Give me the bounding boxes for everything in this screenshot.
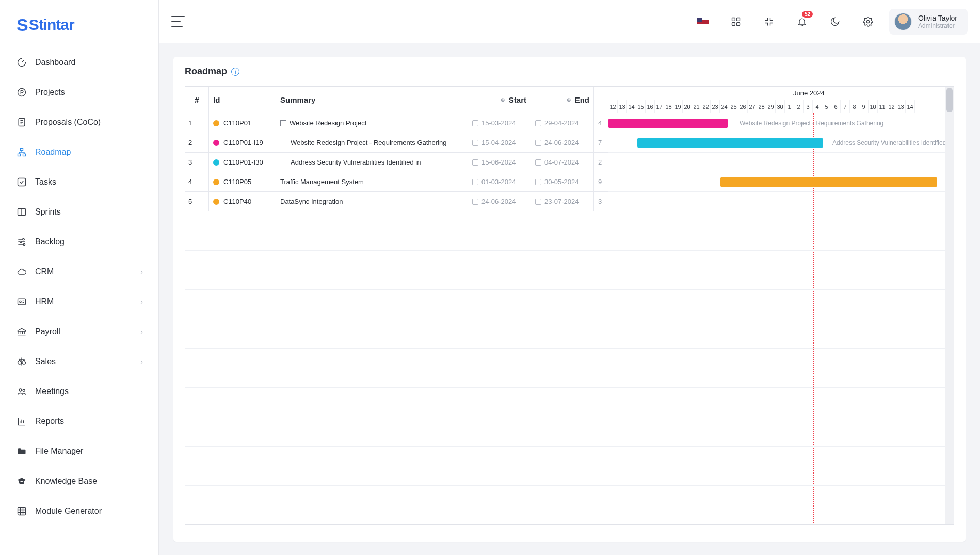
- info-icon[interactable]: i: [231, 68, 239, 76]
- sidebar-item-sprints[interactable]: Sprints: [7, 197, 151, 227]
- sidebar-item-label: Projects: [35, 88, 65, 97]
- date-picker-icon[interactable]: [472, 140, 478, 146]
- svg-rect-15: [732, 18, 735, 21]
- grid-filler-row: [185, 270, 608, 290]
- date-picker-icon[interactable]: [472, 199, 478, 205]
- svg-point-13: [23, 389, 25, 391]
- row-start[interactable]: 15-04-2024: [468, 133, 531, 152]
- sort-icon: ⊕: [501, 97, 505, 103]
- date-picker-icon[interactable]: [472, 120, 478, 126]
- row-end[interactable]: 24-06-2024: [531, 133, 594, 152]
- user-menu[interactable]: Olivia Taylor Administrator: [889, 9, 968, 35]
- timeline-day-row: 1213141516171819202122232425262728293012…: [608, 100, 954, 113]
- row-end[interactable]: 23-07-2024: [531, 192, 594, 211]
- sidebar-item-reports[interactable]: Reports: [7, 406, 151, 436]
- notifications-button[interactable]: 52: [795, 15, 809, 28]
- day-cell: 21: [692, 100, 701, 113]
- settings-button[interactable]: [861, 15, 875, 28]
- grid-row[interactable]: 5 C110P40 DataSync Integration 24-06-202…: [185, 192, 608, 211]
- col-header-summary[interactable]: Summary: [276, 87, 468, 113]
- date-picker-icon[interactable]: [472, 159, 478, 166]
- sidebar: SStintar Dashboard Projects Proposals (C…: [0, 0, 159, 555]
- grid-row[interactable]: 4 C110P05 Traffic Management System 01-0…: [185, 172, 608, 192]
- gantt-bar[interactable]: [720, 177, 937, 187]
- timeline-row: [608, 447, 954, 466]
- date-picker-icon[interactable]: [535, 120, 541, 126]
- row-end[interactable]: 29-04-2024: [531, 113, 594, 133]
- sidebar-item-tasks[interactable]: Tasks: [7, 167, 151, 197]
- grid-row[interactable]: 1 C110P01 −Website Redesign Project 15-0…: [185, 113, 608, 133]
- row-number: 5: [185, 192, 209, 211]
- sidebar-item-proposals-coco-[interactable]: Proposals (CoCo): [7, 107, 151, 137]
- sidebar-item-label: Sales: [35, 357, 56, 366]
- fullscreen-toggle-button[interactable]: [762, 15, 776, 28]
- timeline-row: [608, 368, 954, 388]
- row-start[interactable]: 15-06-2024: [468, 153, 531, 172]
- columns-icon: [17, 207, 27, 217]
- grid-filler-row: [185, 505, 608, 524]
- sidebar-item-file-manager[interactable]: File Manager: [7, 436, 151, 466]
- day-cell: 12: [608, 100, 618, 113]
- sidebar-item-sales[interactable]: Sales ›: [7, 347, 151, 377]
- status-dot-icon: [213, 159, 219, 166]
- timeline-row: [608, 211, 954, 231]
- day-cell: 25: [729, 100, 738, 113]
- sidebar-item-hrm[interactable]: HRM ›: [7, 287, 151, 317]
- row-start[interactable]: 01-03-2024: [468, 172, 531, 191]
- col-header-start[interactable]: ⊕Start: [468, 87, 531, 113]
- brand-name: Stintar: [29, 16, 74, 34]
- sidebar-item-crm[interactable]: CRM ›: [7, 257, 151, 287]
- grid-filler-row: [185, 368, 608, 388]
- sidebar-item-payroll[interactable]: Payroll ›: [7, 317, 151, 347]
- timeline-row: [608, 407, 954, 427]
- row-end[interactable]: 04-07-2024: [531, 153, 594, 172]
- language-flag-button[interactable]: [696, 15, 710, 28]
- date-picker-icon[interactable]: [535, 159, 541, 166]
- date-picker-icon[interactable]: [535, 140, 541, 146]
- sidebar-item-dashboard[interactable]: Dashboard: [7, 47, 151, 77]
- moon-icon: [830, 17, 840, 27]
- row-end[interactable]: 30-05-2024: [531, 172, 594, 191]
- sidebar-item-knowledge-base[interactable]: Knowledge Base: [7, 466, 151, 496]
- row-start[interactable]: 24-06-2024: [468, 192, 531, 211]
- grid-filler-row: [185, 486, 608, 505]
- sidebar-item-label: Tasks: [35, 177, 56, 187]
- grid-filler-row: [185, 329, 608, 349]
- grid-filler-row: [185, 231, 608, 251]
- folder-icon: [17, 446, 27, 456]
- col-header-num[interactable]: #: [185, 87, 209, 113]
- gantt-bar[interactable]: [637, 138, 823, 148]
- timeline-month-label: June 2024: [793, 89, 825, 97]
- date-picker-icon[interactable]: [535, 179, 541, 185]
- sidebar-item-backlog[interactable]: Backlog: [7, 227, 151, 257]
- sidebar-item-label: HRM: [35, 297, 54, 306]
- page-title: Roadmap: [185, 66, 227, 77]
- sidebar-item-projects[interactable]: Projects: [7, 77, 151, 107]
- menu-toggle-button[interactable]: [171, 16, 186, 27]
- grid-row[interactable]: 3 C110P01-I30 Address Security Vulnerabi…: [185, 153, 608, 172]
- gantt-bar[interactable]: [608, 119, 728, 128]
- date-picker-icon[interactable]: [535, 199, 541, 205]
- brand[interactable]: SStintar: [0, 6, 158, 43]
- day-cell: 24: [720, 100, 729, 113]
- check-icon: [17, 177, 27, 187]
- col-header-id[interactable]: Id: [209, 87, 276, 113]
- dark-mode-toggle[interactable]: [828, 15, 842, 28]
- bell-icon: [797, 17, 807, 27]
- expand-toggle[interactable]: −: [280, 120, 286, 126]
- gantt-grid-pane: # Id Summary ⊕Start ⊕End 1 C110P01 −Webs…: [185, 87, 608, 524]
- sidebar-item-module-generator[interactable]: Module Generator: [7, 496, 151, 526]
- grid-row[interactable]: 2 C110P01-I19 Website Redesign Project -…: [185, 133, 608, 153]
- gantt-scrollbar-vertical[interactable]: [945, 87, 954, 524]
- status-dot-icon: [213, 120, 219, 126]
- row-start[interactable]: 15-03-2024: [468, 113, 531, 133]
- col-header-end[interactable]: ⊕End: [531, 87, 594, 113]
- day-cell: 27: [748, 100, 757, 113]
- date-picker-icon[interactable]: [472, 179, 478, 185]
- sidebar-item-roadmap[interactable]: Roadmap: [7, 137, 151, 167]
- svg-point-8: [20, 241, 22, 242]
- scroll-thumb[interactable]: [946, 88, 953, 112]
- apps-grid-button[interactable]: [729, 15, 743, 28]
- grid-filler-row: [185, 407, 608, 427]
- sidebar-item-meetings[interactable]: Meetings: [7, 377, 151, 406]
